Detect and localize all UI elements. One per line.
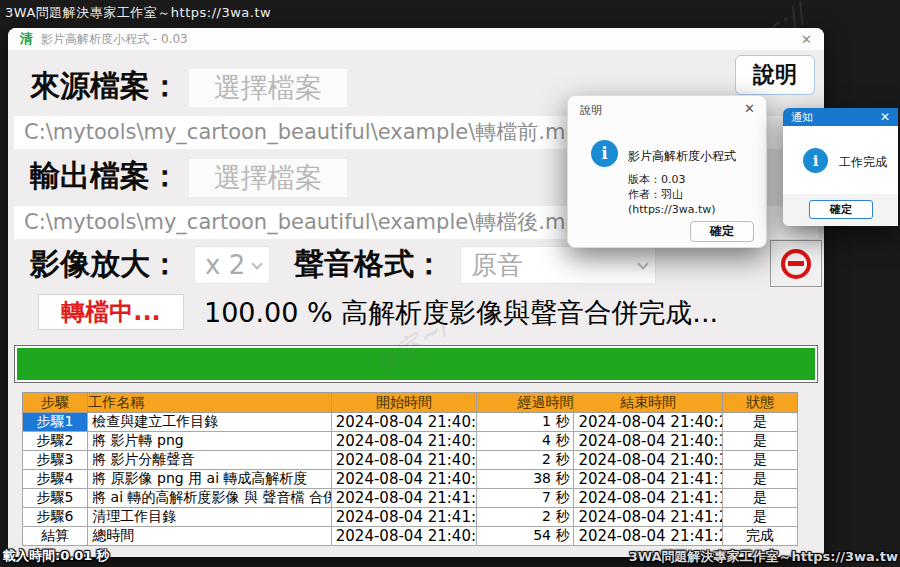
table-cell[interactable]: 54 秒 — [477, 527, 574, 546]
table-header-cell: 開始時間 — [331, 393, 476, 413]
table-cell[interactable]: 2024-08-04 21:40:27 — [331, 432, 476, 451]
table-cell[interactable]: 2024-08-04 21:41:11 — [331, 489, 476, 508]
audio-format-select[interactable]: 原音 — [460, 246, 656, 284]
info-icon: i — [591, 140, 618, 167]
window-title: 影片高解析度小程式 - 0.03 — [41, 31, 188, 48]
converting-status-button[interactable]: 轉檔中... — [38, 294, 184, 330]
chevron-down-icon — [637, 258, 648, 269]
table-row: 步驟1檢查與建立工作目錄2024-08-04 21:40:261 秒2024-0… — [23, 413, 798, 432]
table-cell[interactable]: 2024-08-04 21:41:18 — [331, 508, 476, 527]
table-cell[interactable]: 2024-08-04 21:40:33 — [574, 451, 722, 470]
scale-value: x 2 — [205, 250, 245, 280]
table-cell[interactable]: 結算 — [23, 527, 88, 546]
window-close-icon[interactable]: ✕ — [801, 32, 812, 47]
table-row: 步驟6清理工作目錄2024-08-04 21:41:182 秒2024-08-0… — [23, 508, 798, 527]
audio-format-value: 原音 — [471, 248, 523, 283]
table-cell[interactable]: 2024-08-04 21:40:31 — [331, 451, 476, 470]
notify-dialog-titlebar: 通知 ✕ — [783, 108, 898, 126]
table-cell[interactable]: 2024-08-04 21:40:26 — [331, 527, 476, 546]
notify-dialog-ok-button[interactable]: 確定 — [809, 200, 873, 219]
chevron-down-icon — [251, 258, 262, 269]
table-cell[interactable]: 2 秒 — [477, 451, 574, 470]
desktop-bottom-caption: 3WA問題解決專家工作室～https://3wa.tw — [629, 548, 898, 566]
source-choose-file-button[interactable]: 選擇檔案 — [188, 68, 348, 108]
table-cell[interactable]: 2024-08-04 21:40:27 — [574, 413, 722, 432]
help-dialog-ok-button[interactable]: 確定 — [690, 221, 754, 242]
table-cell[interactable]: 2024-08-04 21:40:26 — [331, 413, 476, 432]
notify-dialog-title: 通知 — [791, 110, 813, 125]
table-body: 步驟1檢查與建立工作目錄2024-08-04 21:40:261 秒2024-0… — [23, 413, 798, 546]
table-cell[interactable]: 步驟4 — [23, 470, 88, 489]
window-titlebar: 清 影片高解析度小程式 - 0.03 ✕ — [8, 28, 824, 50]
table-cell[interactable]: 是 — [722, 432, 797, 451]
table-cell[interactable]: 是 — [722, 489, 797, 508]
notify-dialog-close-icon[interactable]: ✕ — [880, 110, 890, 124]
table-cell[interactable]: 步驟6 — [23, 508, 88, 527]
table-cell[interactable]: 是 — [722, 451, 797, 470]
scale-label: 影像放大： — [30, 242, 180, 286]
table-cell[interactable]: 清理工作目錄 — [88, 508, 332, 527]
table-cell[interactable]: 檢查與建立工作目錄 — [88, 413, 332, 432]
audio-format-label: 聲音格式： — [294, 242, 444, 286]
table-cell[interactable]: 是 — [722, 470, 797, 489]
table-cell[interactable]: 38 秒 — [477, 470, 574, 489]
table-header-cell: 結束時間 — [574, 393, 722, 413]
stop-icon — [781, 249, 811, 279]
table-cell[interactable]: 完成 — [722, 527, 797, 546]
table-header-cell: 經過時間 — [477, 393, 574, 413]
table-cell[interactable]: 2024-08-04 21:40:31 — [574, 432, 722, 451]
output-choose-file-button[interactable]: 選擇檔案 — [188, 158, 348, 198]
table-header-cell: 步驟 — [23, 393, 88, 413]
table-row: 結算總時間2024-08-04 21:40:2654 秒2024-08-04 2… — [23, 527, 798, 546]
help-dialog-title: 說明 — [580, 103, 602, 118]
table-header-row: 步驟工作名稱開始時間經過時間結束時間狀態 — [23, 393, 798, 413]
table-cell[interactable]: 2024-08-04 21:41:20 — [574, 527, 722, 546]
progress-status-text: 100.00 % 高解析度影像與聲音合併完成... — [204, 294, 718, 332]
notify-dialog-message: 工作完成 — [839, 154, 887, 171]
table-header-cell: 狀態 — [722, 393, 797, 413]
stop-button[interactable] — [770, 240, 822, 287]
table-row: 步驟2將 影片轉 png2024-08-04 21:40:274 秒2024-0… — [23, 432, 798, 451]
table-row: 步驟4將 原影像 png 用 ai 轉成高解析度2024-08-04 21:40… — [23, 470, 798, 489]
table-cell[interactable]: 將 ai 轉的高解析度影像 與 聲音檔 合併... — [88, 489, 332, 508]
table-row: 步驟3將 影片分離聲音2024-08-04 21:40:312 秒2024-08… — [23, 451, 798, 470]
help-dialog-version: 版本：0.03 — [628, 172, 766, 187]
source-file-label: 來源檔案： — [30, 64, 180, 108]
table-cell[interactable]: 總時間 — [88, 527, 332, 546]
table-cell[interactable]: 1 秒 — [477, 413, 574, 432]
output-file-label: 輸出檔案： — [30, 154, 180, 198]
help-dialog-app-name: 影片高解析度小程式 — [628, 148, 736, 165]
table-cell[interactable]: 2 秒 — [477, 508, 574, 527]
help-button[interactable]: 說明 — [735, 55, 815, 95]
table-cell[interactable]: 步驟5 — [23, 489, 88, 508]
desktop-top-caption: 3WA問題解決專家工作室～https://3wa.tw — [5, 4, 271, 22]
help-dialog-meta: 版本：0.03 作者：羽山 (https://3wa.tw) — [628, 172, 766, 217]
table-cell[interactable]: 2024-08-04 21:41:11 — [574, 470, 722, 489]
table-cell[interactable]: 4 秒 — [477, 432, 574, 451]
table-cell[interactable]: 2024-08-04 21:41:18 — [574, 489, 722, 508]
table-cell[interactable]: 步驟3 — [23, 451, 88, 470]
progress-bar-fill — [17, 348, 815, 380]
help-dialog-close-icon[interactable]: ✕ — [744, 101, 755, 116]
help-dialog: 說明 ✕ i 影片高解析度小程式 版本：0.03 作者：羽山 (https://… — [567, 95, 767, 248]
desktop: 3WA問題解決專家工作室～https://3wa.tw ttps:// 清 影片… — [0, 0, 900, 567]
table-cell[interactable]: 7 秒 — [477, 489, 574, 508]
notify-dialog: 通知 ✕ i 工作完成 確定 — [783, 108, 898, 226]
table-cell[interactable]: 步驟1 — [23, 413, 88, 432]
table-cell[interactable]: 將 影片分離聲音 — [88, 451, 332, 470]
table-cell[interactable]: 將 原影像 png 用 ai 轉成高解析度 — [88, 470, 332, 489]
table-cell[interactable]: 2024-08-04 21:40:33 — [331, 470, 476, 489]
table-row: 步驟5將 ai 轉的高解析度影像 與 聲音檔 合併...2024-08-04 2… — [23, 489, 798, 508]
scale-select[interactable]: x 2 — [194, 246, 270, 284]
load-time-caption: 載入時間:0.01 秒 — [3, 547, 110, 565]
table-cell[interactable]: 是 — [722, 413, 797, 432]
table-cell[interactable]: 2024-08-04 21:41:20 — [574, 508, 722, 527]
table-cell[interactable]: 將 影片轉 png — [88, 432, 332, 451]
table-header-cell: 工作名稱 — [88, 393, 332, 413]
task-table: 步驟工作名稱開始時間經過時間結束時間狀態 步驟1檢查與建立工作目錄2024-08… — [22, 392, 798, 546]
table-cell[interactable]: 步驟2 — [23, 432, 88, 451]
table-cell[interactable]: 是 — [722, 508, 797, 527]
progress-bar — [14, 345, 818, 383]
help-dialog-author: 作者：羽山 (https://3wa.tw) — [628, 187, 766, 217]
app-icon: 清 — [20, 30, 33, 48]
